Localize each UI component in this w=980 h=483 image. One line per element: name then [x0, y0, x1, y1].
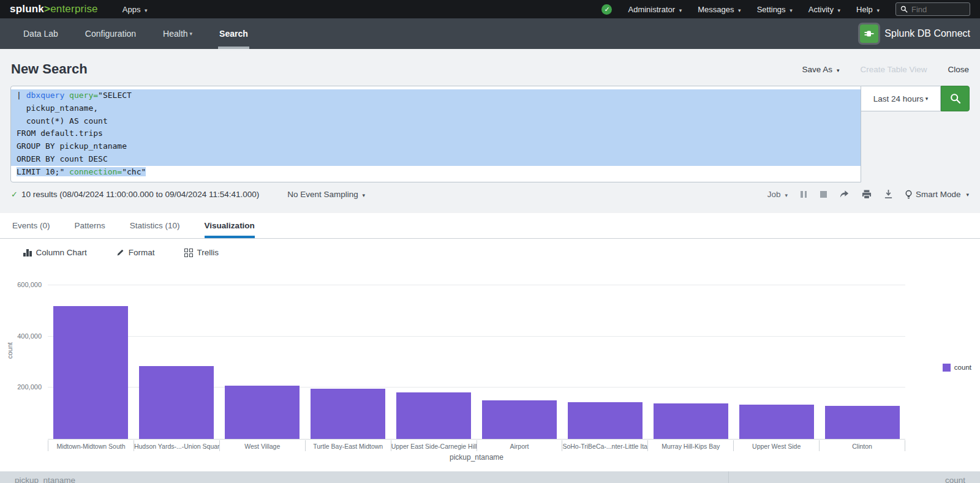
- search-button[interactable]: [941, 86, 970, 111]
- bar-Hudson Yards-...-Union Square[interactable]: [139, 366, 214, 438]
- pencil-icon: [116, 249, 124, 256]
- results-check-icon: ✓: [11, 190, 18, 199]
- bar-Murray Hill-Kips Bay[interactable]: [654, 403, 728, 438]
- query-line-5: GROUP BY pickup_ntaname: [11, 140, 861, 153]
- menu-messages-label: Messages: [698, 5, 734, 14]
- find-search-box[interactable]: [895, 2, 970, 16]
- query-line-4: FROM default.trips: [11, 127, 861, 140]
- nav-item-search[interactable]: Search: [206, 18, 262, 49]
- time-range-picker[interactable]: Last 24 hours ▾: [861, 86, 941, 111]
- menu-messages[interactable]: Messages ▾: [698, 5, 741, 14]
- page-title: New Search: [11, 61, 88, 77]
- health-status-icon[interactable]: ✓: [601, 4, 612, 15]
- job-menu[interactable]: Job ▾: [767, 190, 788, 199]
- x-tick-label: Turtle Bay-East Midtown: [306, 440, 391, 451]
- bar-Midtown-Midtown South[interactable]: [53, 306, 128, 439]
- x-tick-label: Murray Hill-Kips Bay: [648, 440, 734, 451]
- menu-help[interactable]: Help ▾: [856, 5, 880, 14]
- save-as-label: Save As: [802, 65, 833, 74]
- menu-administrator[interactable]: Administrator ▾: [628, 5, 682, 14]
- stop-job-icon[interactable]: [820, 191, 827, 198]
- logo-enterprise: enterprise: [50, 3, 98, 15]
- x-tick-label: Midtown-Midtown South: [48, 440, 134, 451]
- pause-job-icon[interactable]: [800, 191, 808, 198]
- x-tick-label: SoHo-TriBeCa-...nter-Little Italy: [562, 440, 648, 451]
- nav-item-configuration[interactable]: Configuration: [72, 18, 149, 49]
- legend-swatch: [943, 364, 951, 372]
- nav-item-data-lab[interactable]: Data Lab: [10, 18, 72, 49]
- tab-events[interactable]: Events (0): [12, 213, 50, 238]
- menu-settings[interactable]: Settings ▾: [757, 5, 793, 14]
- nav-data-lab-label: Data Lab: [23, 29, 58, 39]
- chart-type-picker[interactable]: Column Chart: [23, 248, 87, 257]
- caret-down-icon: ▾: [876, 7, 880, 13]
- job-menu-label: Job: [767, 190, 781, 199]
- bar-Upper East Side-Carnegie Hill[interactable]: [396, 392, 471, 438]
- caret-down-icon: ▾: [738, 7, 741, 13]
- apps-menu-label: Apps: [123, 5, 141, 14]
- menu-help-label: Help: [856, 5, 873, 14]
- active-nav-indicator: [218, 47, 249, 49]
- share-icon[interactable]: [839, 190, 850, 199]
- caret-down-icon: ▾: [790, 7, 793, 13]
- event-sampling-label: No Event Sampling: [287, 190, 358, 199]
- results-summary: 10 results (08/04/2024 11:00:00.000 to 0…: [21, 190, 259, 199]
- bar-SoHo-TriBeCa-...nter-Little Italy[interactable]: [568, 402, 643, 439]
- bar-Upper West Side[interactable]: [739, 405, 814, 439]
- x-tick-label: Upper East Side-Carnegie Hill: [391, 440, 477, 451]
- logo-splunk: splunk: [10, 3, 44, 15]
- tab-visualization[interactable]: Visualization: [205, 213, 255, 238]
- menu-activity[interactable]: Activity ▾: [809, 5, 840, 14]
- column-chart-icon: [23, 249, 32, 256]
- nav-configuration-label: Configuration: [85, 29, 136, 39]
- menu-activity-label: Activity: [809, 5, 834, 14]
- caret-down-icon: ▾: [838, 7, 841, 13]
- apps-menu[interactable]: Apps ▾: [123, 5, 148, 14]
- query-line-3: count(*) AS count: [11, 115, 861, 128]
- caret-down-icon: ▾: [145, 7, 148, 13]
- caret-down-icon: ▾: [925, 95, 929, 102]
- close-button[interactable]: Close: [948, 65, 969, 74]
- x-tick-label: Airport: [477, 440, 563, 451]
- bar-Airport[interactable]: [482, 400, 557, 438]
- results-bar: ✓ 10 results (08/04/2024 11:00:00.000 to…: [0, 182, 980, 207]
- caret-down-icon: ▾: [785, 192, 788, 198]
- query-line-6: ORDER BY count DESC: [11, 153, 861, 166]
- menu-settings-label: Settings: [757, 5, 786, 14]
- search-mode-dropdown[interactable]: Smart Mode ▾: [905, 190, 969, 199]
- trellis-icon: [184, 249, 193, 257]
- search-query-editor[interactable]: | dbxquery query="SELECT pickup_ntaname,…: [10, 86, 861, 182]
- tab-patterns[interactable]: Patterns: [75, 213, 105, 238]
- table-header-pickup-ntaname[interactable]: pickup_ntaname: [0, 471, 729, 483]
- search-mode-label: Smart Mode: [916, 190, 961, 199]
- caret-down-icon: ▾: [837, 67, 840, 73]
- x-tick-label: Clinton: [820, 440, 905, 451]
- caret-down-icon: ▾: [966, 192, 969, 198]
- results-tabs: Events (0) Patterns Statistics (10) Visu…: [0, 213, 980, 239]
- tab-statistics-label: Statistics (10): [130, 221, 180, 230]
- table-header-count[interactable]: count: [729, 471, 980, 483]
- chart-type-label: Column Chart: [36, 248, 87, 257]
- bar-Clinton[interactable]: [825, 406, 900, 438]
- print-icon[interactable]: [862, 190, 872, 199]
- tab-visualization-label: Visualization: [205, 221, 255, 230]
- create-table-view-button[interactable]: Create Table View: [860, 65, 927, 74]
- trellis-button[interactable]: Trellis: [184, 248, 219, 257]
- bar-West Village[interactable]: [225, 386, 300, 438]
- nav-item-health[interactable]: Health ▾: [149, 18, 206, 49]
- nav-health-label: Health: [163, 29, 187, 39]
- find-input[interactable]: [911, 5, 960, 14]
- app-nav-bar: Data Lab Configuration Health ▾ Search S…: [0, 18, 980, 49]
- save-as-button[interactable]: Save As ▾: [802, 65, 840, 74]
- format-button[interactable]: Format: [116, 248, 155, 257]
- legend-item-count[interactable]: count: [943, 364, 971, 372]
- bulb-icon: [905, 190, 912, 199]
- time-range-label: Last 24 hours: [873, 94, 924, 103]
- event-sampling-dropdown[interactable]: No Event Sampling ▾: [287, 190, 365, 199]
- bar-Turtle Bay-East Midtown[interactable]: [311, 389, 385, 438]
- export-icon[interactable]: [884, 190, 893, 199]
- tab-statistics[interactable]: Statistics (10): [130, 213, 180, 238]
- x-tick-label: Hudson Yards-...-Union Square: [134, 440, 220, 451]
- column-chart: count 200,000400,000600,000 Midtown-Midt…: [0, 267, 980, 467]
- query-line-2: pickup_ntaname,: [11, 102, 861, 115]
